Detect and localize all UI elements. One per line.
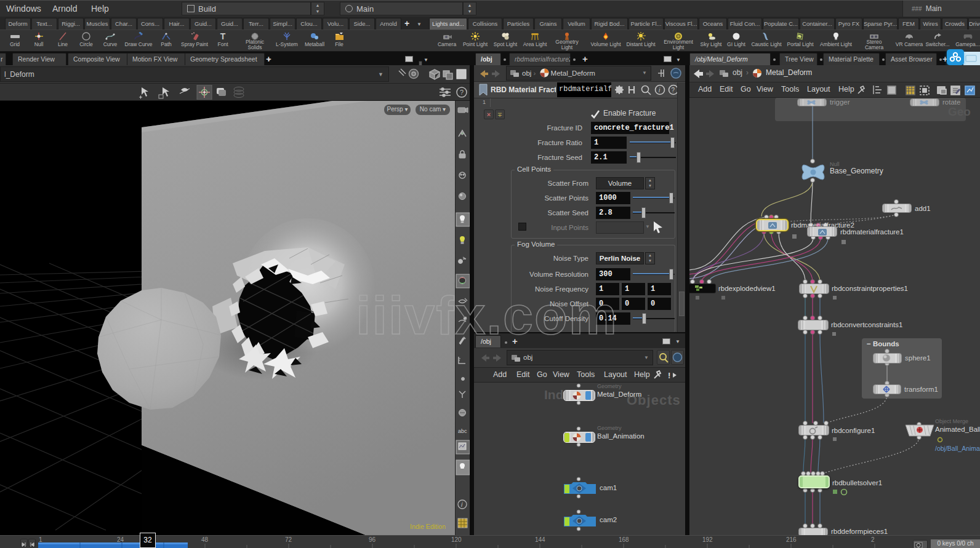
svg-text:144: 144 <box>535 536 545 543</box>
svg-text:i: i <box>461 501 463 508</box>
svg-text:48: 48 <box>201 536 209 543</box>
svg-text:72: 72 <box>285 536 292 543</box>
svg-text:192: 192 <box>702 536 713 543</box>
svg-text:24: 24 <box>117 536 124 543</box>
svg-text:Indie Edition: Indie Edition <box>410 523 446 530</box>
svg-text:216: 216 <box>786 536 797 543</box>
svg-text:T: T <box>220 32 225 41</box>
svg-text:1: 1 <box>39 536 42 543</box>
svg-text:120: 120 <box>451 536 462 543</box>
svg-text:?: ? <box>460 89 464 96</box>
svg-text:2: 2 <box>871 536 875 543</box>
svg-text:96: 96 <box>369 536 376 543</box>
svg-text:?: ? <box>672 87 675 93</box>
svg-text:168: 168 <box>619 536 629 543</box>
svg-text:i: i <box>659 87 661 93</box>
svg-text:!: ! <box>668 371 670 380</box>
svg-text:abc: abc <box>458 428 467 434</box>
